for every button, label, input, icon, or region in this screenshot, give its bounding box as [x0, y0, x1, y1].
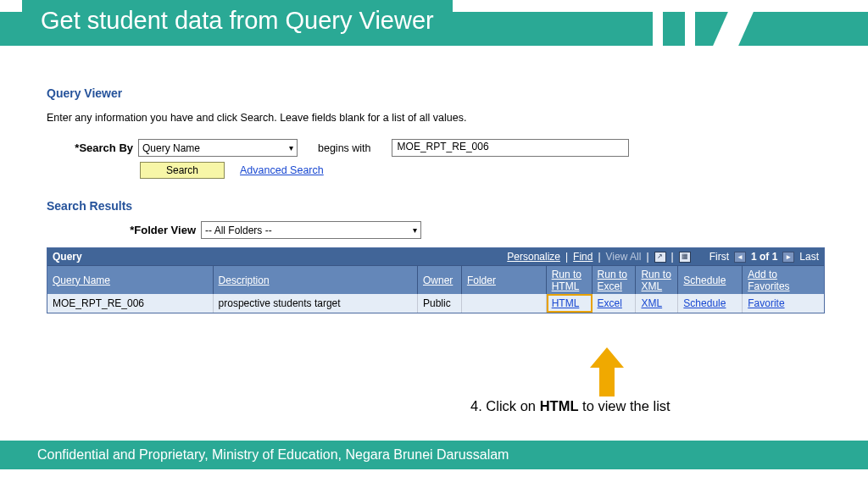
col-run-xml[interactable]: Run to XML [636, 266, 678, 294]
col-folder[interactable]: Folder [462, 266, 547, 294]
results-grid: Query Personalize | Find | View All | ↗ … [47, 247, 825, 313]
col-run-excel[interactable]: Run to Excel [593, 266, 637, 294]
cell-owner: Public [418, 294, 462, 313]
separator: | [598, 251, 600, 263]
callout-pre: Click on [486, 398, 539, 413]
query-viewer-heading: Query Viewer [47, 86, 834, 100]
banner-decor [653, 12, 663, 46]
chevron-down-icon: ▾ [413, 225, 417, 235]
callout-arrow-icon [590, 347, 624, 396]
search-button[interactable]: Search [140, 162, 225, 179]
view-all-link[interactable]: View All [606, 251, 642, 263]
cell-run-excel: Excel [593, 294, 637, 313]
row-counter: 1 of 1 [751, 251, 777, 263]
col-run-html[interactable]: Run to HTML [547, 266, 593, 294]
grid-title: Query [53, 251, 82, 263]
col-description[interactable]: Description [214, 266, 418, 294]
table-row: MOE_RPT_RE_006 prospective students targ… [47, 294, 824, 313]
first-label: First [709, 251, 729, 263]
cell-folder [462, 294, 547, 313]
folder-view-label: *Folder View [47, 224, 201, 236]
begins-with-label: begins with [314, 142, 392, 154]
separator: | [671, 251, 674, 263]
callout-bold: HTML [540, 398, 579, 413]
callout-text: 4. Click on HTML to view the list [470, 398, 670, 414]
cell-run-html: HTML [547, 294, 593, 313]
col-owner[interactable]: Owner [418, 266, 462, 294]
search-results-heading: Search Results [47, 199, 834, 213]
col-favorites[interactable]: Add to Favorites [743, 266, 824, 294]
col-query-name[interactable]: Query Name [47, 266, 214, 294]
callout-post: to view the list [578, 398, 670, 413]
separator: | [565, 251, 568, 263]
search-by-label: *Search By [47, 141, 138, 154]
grid-toolbar: Query Personalize | Find | View All | ↗ … [47, 248, 824, 265]
slide-banner: Get student data from Query Viewer [0, 0, 868, 53]
cell-description: prospective students target [214, 294, 418, 313]
run-xml-link[interactable]: XML [641, 297, 662, 309]
grid-download-icon[interactable]: ▦ [679, 252, 691, 263]
schedule-link[interactable]: Schedule [683, 297, 726, 309]
folder-view-select[interactable]: -- All Folders -- ▾ [201, 221, 421, 239]
banner-decor [685, 12, 695, 46]
find-link[interactable]: Find [573, 251, 593, 263]
search-text-value: MOE_RPT_RE_006 [398, 141, 489, 152]
col-schedule[interactable]: Schedule [678, 266, 743, 294]
personalize-link[interactable]: Personalize [507, 251, 560, 263]
prev-arrow-icon[interactable]: ◄ [734, 252, 746, 263]
cell-schedule: Schedule [678, 294, 743, 313]
chevron-down-icon: ▾ [289, 143, 293, 152]
folder-view-row: *Folder View -- All Folders -- ▾ [47, 221, 834, 239]
favorite-link[interactable]: Favorite [748, 297, 784, 309]
search-actions-row: Search Advanced Search [47, 162, 834, 179]
search-text-input[interactable]: MOE_RPT_RE_006 [392, 139, 629, 157]
grid-header-row: Query Name Description Owner Folder Run … [47, 265, 824, 294]
cell-favorite: Favorite [743, 294, 824, 313]
zoom-icon[interactable]: ↗ [654, 252, 666, 263]
run-html-link[interactable]: HTML [552, 297, 580, 309]
run-excel-link[interactable]: Excel [598, 297, 622, 309]
slide-footer: Confidential and Proprietary, Ministry o… [0, 441, 868, 469]
footer-text: Confidential and Proprietary, Ministry o… [37, 447, 509, 463]
last-label: Last [799, 251, 819, 263]
cell-run-xml: XML [636, 294, 678, 313]
slide-title: Get student data from Query Viewer [22, 0, 453, 46]
search-by-value: Query Name [142, 142, 200, 154]
callout-step-number: 4. [470, 398, 482, 414]
instruction-text: Enter any information you have and click… [47, 112, 834, 124]
next-arrow-icon[interactable]: ► [782, 252, 794, 263]
search-by-select[interactable]: Query Name ▾ [138, 139, 298, 157]
cell-query-name: MOE_RPT_RE_006 [47, 294, 214, 313]
page-content: Query Viewer Enter any information you h… [0, 53, 868, 313]
separator: | [646, 251, 648, 263]
folder-view-value: -- All Folders -- [205, 225, 272, 236]
search-row: *Search By Query Name ▾ begins with MOE_… [47, 139, 834, 157]
grid-toolbar-right: Personalize | Find | View All | ↗ | ▦ Fi… [507, 251, 819, 263]
advanced-search-link[interactable]: Advanced Search [240, 164, 324, 176]
